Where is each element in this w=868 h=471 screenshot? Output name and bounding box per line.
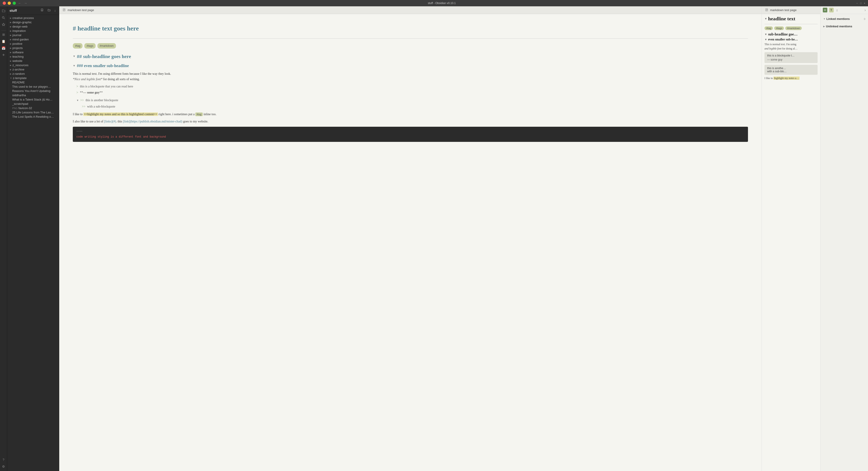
tag-1[interactable]: #tag: [73, 43, 83, 48]
sidebar-item-website[interactable]: ▶ website: [7, 59, 59, 63]
editor-content[interactable]: # headline text goes here #tag #tags #ma…: [59, 14, 762, 471]
preview-tag-3[interactable]: #markdown: [785, 27, 802, 30]
heading-2: ▼ ## sub-headline goes here: [73, 52, 748, 61]
sidebar-item-reasons[interactable]: Reasons You Aren't Updating: [7, 89, 59, 93]
sidebar-item-journal[interactable]: ▶ journal: [7, 33, 59, 37]
sidebar-item-z-archive[interactable]: ▶ z-archive: [7, 67, 59, 72]
blockquote-collapse-arrow[interactable]: ▼: [76, 98, 79, 103]
sidebar-item-talent-stack[interactable]: What is a Talent Stack (& Ho…: [7, 97, 59, 102]
tags-row: #tag #tags #markdown: [73, 43, 748, 48]
outline-view-button[interactable]: ≡: [823, 8, 827, 12]
h3-text: ### even smaller sub-headline: [77, 62, 129, 69]
preview-heading-3: ▼ even smaller sub-he…: [765, 38, 817, 41]
sidebar-item-favicon[interactable]: PNG favicon-32: [7, 106, 59, 110]
preview-h2-section: ▼ sub-headline goe… ▼ even smaller sub-h…: [762, 31, 820, 83]
h2-collapse-arrow[interactable]: ▼: [73, 54, 75, 59]
preview-para-1: This is normal text. I'm using and legib…: [765, 42, 817, 51]
paragraph-2: I like to ==highlight my notes and so th…: [73, 111, 748, 117]
inline-tag[interactable]: #tag: [195, 112, 203, 116]
minimize-btn[interactable]: −: [856, 2, 858, 4]
preview-tag-2[interactable]: #tags: [774, 27, 784, 30]
blockquote-2: > **--- some guy**: [76, 90, 748, 95]
sidebar-item-software[interactable]: ▶ software: [7, 50, 59, 55]
linked-collapse-arrow[interactable]: ▼: [823, 18, 826, 20]
sort-button[interactable]: ↕: [53, 8, 57, 13]
preview-h3-collapse[interactable]: ▼: [765, 38, 767, 41]
blockquote-marker-3: >>: [80, 98, 84, 103]
code-fence-start: ~~~~: [76, 129, 744, 134]
sidebar-item-teaching[interactable]: ▶ teaching: [7, 55, 59, 59]
blockquote-1: > this is a blockquote that you can read…: [76, 84, 748, 89]
unlinked-collapse-arrow[interactable]: ▶: [823, 25, 825, 28]
titlebar: ← → stuff - Obsidian v0.10.1 − □ ×: [0, 0, 868, 6]
sidebar-item-mind-garden[interactable]: ▶ mind garden: [7, 37, 59, 41]
vault-name: stuff: [9, 8, 38, 12]
rail-search-icon[interactable]: [1, 15, 6, 20]
right-panel: ≡ T ↕ › ▼ Linked mentions 0 ▶ Unlinked m…: [820, 6, 868, 471]
sidebar-item-design-graphic[interactable]: ▶ design-graphic: [7, 20, 59, 24]
tag-2[interactable]: #tags: [84, 43, 95, 48]
close-btn[interactable]: ×: [864, 2, 865, 4]
minimize-window-button[interactable]: [8, 2, 11, 5]
sidebar-item-readme[interactable]: README: [7, 80, 59, 85]
preview-tab[interactable]: markdown test page: [762, 6, 820, 14]
editor-tab[interactable]: markdown test page: [59, 6, 762, 14]
sidebar-item-inspiration[interactable]: ▶ inspiration: [7, 29, 59, 33]
blockquote-text-2: **--- some guy**: [80, 91, 103, 94]
sidebar-item-z-template[interactable]: ▼ z-template: [7, 76, 59, 80]
rail-files-icon[interactable]: [1, 8, 6, 13]
new-file-button[interactable]: [40, 8, 45, 13]
sidebar-item-siddhartha[interactable]: siddhartha: [7, 93, 59, 97]
sidebar-item-design-web[interactable]: ▶ design-web: [7, 24, 59, 29]
h3-collapse-arrow[interactable]: ▼: [73, 64, 75, 68]
editor-tab-title: markdown test page: [68, 8, 94, 12]
external-link[interactable]: [link](https://publish.obsidian.md/miste…: [123, 120, 182, 123]
window-action-buttons[interactable]: − □ ×: [856, 2, 865, 4]
reading-view-button[interactable]: T: [829, 8, 834, 12]
paragraph-1: This is normal text. I'm using different…: [73, 71, 748, 82]
preview-tag-1[interactable]: #tag: [765, 27, 773, 30]
code-content: code writing styling is a different font…: [76, 135, 166, 138]
internal-link[interactable]: [links](#): [104, 120, 116, 123]
editor-pane: markdown test page # headline text goes …: [59, 6, 762, 471]
preview-h2-collapse[interactable]: ▼: [765, 33, 767, 36]
sidebar-item-projects[interactable]: ▶ projects: [7, 46, 59, 50]
window-controls[interactable]: [3, 2, 16, 5]
new-folder-button[interactable]: [46, 8, 52, 13]
linked-mentions-count: 0: [864, 18, 865, 20]
sidebar-item-positive[interactable]: ▶ positive: [7, 41, 59, 46]
blockquote-text-3: this is another blockquote: [86, 98, 118, 103]
sidebar-item-life-lessons[interactable]: 25 Life Lessons from The Las…: [7, 110, 59, 114]
right-nav-arrow[interactable]: ›: [865, 8, 866, 12]
rail-help-icon[interactable]: ?: [1, 457, 6, 463]
sidebar-item-z-random[interactable]: ▶ z-random: [7, 72, 59, 76]
close-window-button[interactable]: [3, 2, 6, 5]
sidebar: stuff ↕ ▶ creative process ▶ design-grap…: [7, 6, 59, 471]
rail-star-icon[interactable]: [1, 22, 6, 27]
sidebar-item-scratchpad[interactable]: _scratchpad: [7, 102, 59, 106]
sidebar-item-lost-spells[interactable]: The Lost Spells A Rewilding o…: [7, 114, 59, 119]
maximize-window-button[interactable]: [13, 2, 16, 5]
preview-h1-collapse[interactable]: ▼: [765, 17, 767, 20]
rail-grid-icon[interactable]: ⊞: [1, 32, 6, 37]
tag-3[interactable]: #markdown: [97, 43, 116, 48]
sort-mentions-button[interactable]: ↕: [835, 8, 839, 12]
rail-book-icon[interactable]: 📋: [1, 39, 6, 44]
svg-line-1: [4, 18, 5, 19]
h1-text: # headline text goes here: [73, 25, 139, 32]
blockquote-marker-1: >: [76, 85, 78, 88]
preview-content: ▼ headline text #tag #tags #markdown ▼ s…: [762, 14, 820, 471]
preview-blockquote-2: this is anothe… with a sub-blo…: [765, 65, 817, 75]
sidebar-item-playground[interactable]: This used to be our playgro…: [7, 85, 59, 89]
sidebar-item-z-resources[interactable]: ▶ z_resources: [7, 63, 59, 67]
maximize-btn[interactable]: □: [860, 2, 862, 4]
rail-publish-icon[interactable]: ✈: [1, 52, 6, 58]
forward-button[interactable]: →: [24, 1, 27, 5]
linked-mentions-header[interactable]: ▼ Linked mentions 0: [823, 16, 866, 22]
back-button[interactable]: ←: [18, 1, 21, 5]
unlinked-mentions-header[interactable]: ▶ Unlinked mentions: [823, 24, 866, 29]
rail-settings-icon[interactable]: ⚙: [1, 464, 6, 469]
rail-calendar-icon[interactable]: 📅: [1, 45, 6, 51]
sidebar-item-creative-process[interactable]: ▶ creative process: [7, 16, 59, 20]
h2-text: ## sub-headline goes here: [77, 52, 131, 61]
